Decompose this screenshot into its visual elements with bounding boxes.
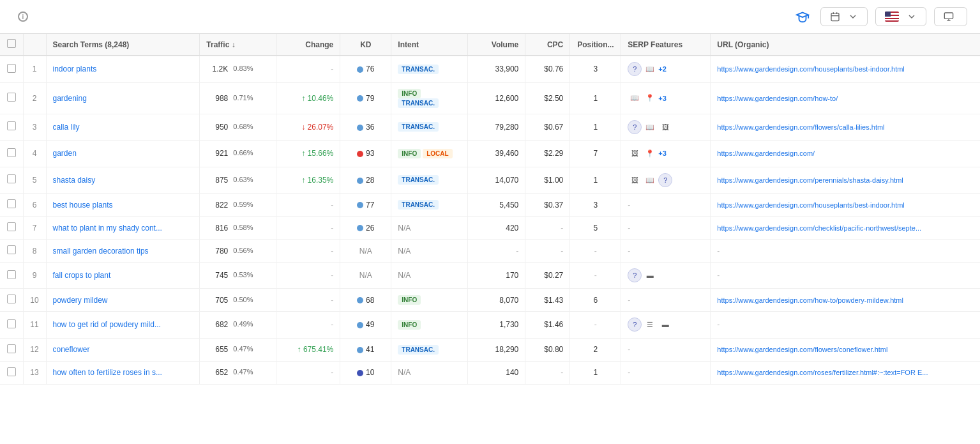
keyword-link[interactable]: best house plants	[53, 201, 113, 210]
traffic-percent: 0.58%	[233, 224, 269, 231]
traffic-number: 780	[206, 247, 228, 256]
keyword-link[interactable]: shasta daisy	[53, 176, 96, 185]
row-traffic-cell: 816 0.58%	[200, 217, 276, 240]
row-term-cell: coneflower	[46, 338, 200, 361]
header-position-col[interactable]: Position...	[570, 34, 621, 56]
desktop-icon	[944, 11, 954, 22]
serp-none: -	[628, 368, 630, 377]
url-value[interactable]: https://www.gardendesign.com/roses/ferti…	[717, 369, 928, 376]
row-number-cell: 1	[23, 56, 46, 82]
row-traffic-cell: 875 0.63%	[200, 167, 276, 194]
position-value: 1	[593, 94, 598, 103]
keyword-link[interactable]: indoor plants	[53, 65, 97, 73]
keyword-link[interactable]: fall crops to plant	[53, 271, 111, 280]
header-intent-col[interactable]: Intent	[391, 34, 468, 56]
header-url-col[interactable]: URL (Organic)	[711, 34, 980, 56]
row-checkbox[interactable]	[7, 319, 16, 328]
header-volume-col[interactable]: Volume	[468, 34, 525, 56]
select-all-checkbox[interactable]	[7, 39, 16, 48]
kd-dot	[357, 151, 363, 157]
info-icon[interactable]: i	[18, 11, 28, 22]
keyword-link[interactable]: how to get rid of powdery mild...	[53, 320, 161, 329]
row-checkbox[interactable]	[7, 245, 16, 254]
row-intent-cell: INFO	[391, 312, 468, 339]
row-checkbox-cell	[0, 56, 23, 82]
table-row: 2 gardening 988 0.71% ↑ 10.46% 79 INFOTR…	[0, 82, 980, 114]
row-checkbox[interactable]	[7, 199, 16, 208]
url-value[interactable]: https://www.gardendesign.com/how-to/	[717, 95, 838, 102]
url-value[interactable]: https://www.gardendesign.com/flowers/cal…	[717, 123, 884, 131]
keyword-link[interactable]: what to plant in my shady cont...	[53, 224, 162, 233]
table-row: 5 shasta daisy 875 0.63% ↑ 16.35% 28 TRA…	[0, 167, 980, 194]
url-value[interactable]: https://www.gardendesign.com/flowers/con…	[717, 346, 887, 353]
row-checkbox[interactable]	[7, 222, 16, 231]
row-checkbox[interactable]	[7, 148, 16, 157]
kd-value: 93	[366, 149, 374, 158]
row-checkbox[interactable]	[7, 270, 16, 279]
url-value[interactable]: https://www.gardendesign.com/houseplants…	[717, 65, 905, 73]
us-flag-icon	[885, 11, 899, 22]
serp-plus-icon: +3	[658, 149, 667, 157]
row-checkbox[interactable]	[7, 93, 16, 102]
url-value[interactable]: https://www.gardendesign.com/how-to/powd…	[717, 296, 903, 304]
keyword-link[interactable]: garden	[53, 149, 77, 158]
country-button[interactable]	[875, 7, 926, 26]
change-value: ↑ 10.46%	[301, 94, 333, 103]
row-checkbox[interactable]	[7, 174, 16, 183]
keyword-link[interactable]: gardening	[53, 94, 87, 103]
header-search-terms-col[interactable]: Search Terms (8,248)	[46, 34, 200, 56]
header-traffic-col[interactable]: Traffic ↓	[200, 34, 276, 56]
date-range-button[interactable]	[820, 7, 868, 26]
row-volume-cell: 170	[468, 263, 525, 289]
header-kd-col[interactable]: KD	[340, 34, 391, 56]
serp-pin-icon: 📍	[643, 91, 657, 105]
header-change-col[interactable]: Change	[276, 34, 340, 56]
header-serp-col[interactable]: SERP Features	[621, 34, 711, 56]
kd-value: N/A	[359, 247, 372, 256]
row-number: 1	[33, 65, 37, 73]
keyword-link[interactable]: powdery mildew	[53, 296, 108, 305]
keyword-link[interactable]: small garden decoration tips	[53, 247, 149, 256]
intent-na: N/A	[398, 247, 411, 256]
row-term-cell: best house plants	[46, 194, 200, 217]
keyword-link[interactable]: calla lily	[53, 123, 80, 132]
url-value[interactable]: https://www.gardendesign.com/perennials/…	[717, 176, 903, 184]
keyword-link[interactable]: coneflower	[53, 345, 90, 354]
serp-question-icon: ?	[628, 120, 642, 134]
row-kd-cell: 93	[340, 141, 391, 167]
row-change-cell: -	[276, 361, 340, 384]
device-button[interactable]	[934, 7, 967, 26]
url-value[interactable]: https://www.gardendesign.com/houseplants…	[717, 201, 905, 209]
row-traffic-cell: 705 0.50%	[200, 289, 276, 312]
cpc-value: $1.46	[544, 320, 563, 329]
graduation-cap-icon[interactable]	[792, 6, 813, 27]
serp-none: -	[628, 201, 630, 210]
serp-book-icon: 📖	[643, 120, 657, 134]
row-checkbox[interactable]	[7, 295, 16, 303]
table-row: 4 garden 921 0.66% ↑ 15.66% 93 INFOLOCAL…	[0, 141, 980, 167]
row-traffic-cell: 780 0.56%	[200, 240, 276, 263]
kd-value: 26	[366, 224, 374, 233]
row-change-cell: -	[276, 194, 340, 217]
header-cpc-col[interactable]: CPC	[525, 34, 570, 56]
intent-info-badge: INFO	[398, 320, 421, 330]
kd-dot	[357, 125, 363, 131]
row-number-cell: 13	[23, 361, 46, 384]
url-value[interactable]: https://www.gardendesign.com/checklist/p…	[717, 224, 921, 232]
kd-value: 79	[366, 94, 374, 103]
traffic-percent: 0.83%	[233, 65, 269, 72]
traffic-percent: 0.59%	[233, 201, 269, 208]
url-none: -	[717, 320, 720, 329]
table-row: 10 powdery mildew 705 0.50% - 68 INFO 8,…	[0, 289, 980, 312]
volume-value: 5,450	[499, 201, 518, 210]
traffic-percent: 0.66%	[233, 149, 269, 157]
row-checkbox[interactable]	[7, 367, 16, 376]
row-checkbox[interactable]	[7, 344, 16, 353]
svg-rect-5	[944, 13, 953, 19]
url-value[interactable]: https://www.gardendesign.com/	[717, 149, 815, 157]
change-value: ↓ 26.07%	[301, 123, 333, 132]
row-checkbox[interactable]	[7, 64, 16, 73]
row-checkbox-cell	[0, 167, 23, 194]
row-checkbox[interactable]	[7, 121, 16, 130]
keyword-link[interactable]: how often to fertilize roses in s...	[53, 368, 162, 377]
